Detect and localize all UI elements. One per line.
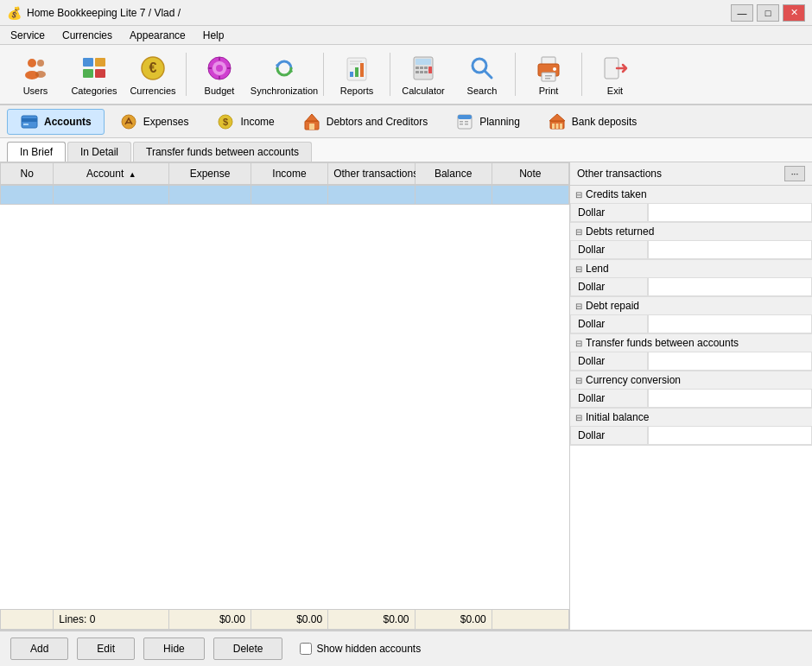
svg-rect-5 — [95, 58, 105, 67]
group-currency-conversion-header[interactable]: ⊟ Currency conversion — [570, 371, 812, 389]
title-bar-text: Home Bookkeeping Lite 7 / Vlad / — [27, 7, 181, 19]
nav-debtors-button[interactable]: Debtors and Creditors — [289, 109, 441, 135]
close-button[interactable]: ✕ — [783, 4, 805, 22]
bottom-bar: Add Edit Hide Delete Show hidden account… — [0, 630, 812, 666]
currency-conversion-dollar-label: Dollar — [570, 389, 648, 408]
show-hidden-wrap: Show hidden accounts — [300, 643, 421, 655]
sub-tabs: In Brief In Detail Transfer funds betwee… — [0, 138, 812, 162]
svg-rect-32 — [424, 71, 428, 73]
toolbar-budget-button[interactable]: Budget — [191, 48, 248, 101]
group-debts-returned-label: Debts returned — [586, 225, 654, 238]
svg-rect-44 — [22, 118, 37, 122]
collapse-icon-2: ⊟ — [575, 227, 582, 237]
transfer-dollar-value[interactable] — [648, 352, 812, 371]
initial-balance-dollar-value[interactable] — [648, 426, 812, 445]
col-expense[interactable]: Expense — [169, 163, 251, 185]
nav-expenses-button[interactable]: Expenses — [106, 109, 202, 135]
print-icon — [533, 53, 564, 84]
lend-dollar-value[interactable] — [648, 277, 812, 296]
svg-rect-40 — [545, 78, 550, 79]
table-scroll[interactable] — [0, 185, 569, 609]
toolbar-categories-button[interactable]: Categories — [66, 48, 123, 101]
credits-taken-dollar-value[interactable] — [648, 203, 812, 222]
toolbar-sync-button[interactable]: Synchronization — [250, 48, 319, 101]
nav-accounts-button[interactable]: Accounts — [7, 109, 105, 135]
collapse-icon-5: ⊟ — [575, 339, 582, 348]
tab-in-brief[interactable]: In Brief — [7, 142, 66, 162]
svg-rect-63 — [560, 124, 562, 129]
debt-repaid-dollar-row: Dollar — [570, 314, 812, 333]
group-credits-taken-header[interactable]: ⊟ Credits taken — [570, 186, 812, 203]
svg-point-3 — [35, 71, 46, 78]
col-account[interactable]: Account ▲ — [54, 163, 169, 185]
users-icon — [20, 53, 51, 84]
title-bar: 💰 Home Bookkeeping Lite 7 / Vlad / — □ ✕ — [0, 0, 812, 26]
table-row[interactable] — [1, 186, 569, 205]
toolbar-exit-label: Exit — [607, 86, 623, 96]
footer-balance: $0.00 — [415, 610, 492, 630]
menu-service[interactable]: Service — [3, 28, 52, 43]
col-other[interactable]: Other transactions — [328, 163, 415, 185]
group-debts-returned: ⊟ Debts returned Dollar — [570, 223, 812, 260]
delete-button[interactable]: Delete — [213, 637, 283, 660]
toolbar-print-button[interactable]: Print — [520, 48, 577, 101]
svg-rect-6 — [83, 69, 93, 78]
col-note[interactable]: Note — [492, 163, 568, 185]
search-icon — [466, 53, 498, 84]
toolbar-users-button[interactable]: Users — [7, 48, 64, 101]
menu-currencies[interactable]: Currencies — [55, 28, 119, 43]
toolbar-currencies-button[interactable]: € Currencies — [124, 48, 181, 101]
group-lend-header[interactable]: ⊟ Lend — [570, 260, 812, 277]
show-hidden-label[interactable]: Show hidden accounts — [316, 643, 421, 655]
edit-button[interactable]: Edit — [77, 637, 135, 660]
col-no[interactable]: No — [1, 163, 54, 185]
right-panel-content[interactable]: ⊟ Credits taken Dollar ⊟ Debts returned … — [570, 186, 812, 630]
menu-appearance[interactable]: Appearance — [123, 28, 193, 43]
minimize-button[interactable]: — — [731, 4, 753, 22]
debts-returned-dollar-value[interactable] — [648, 240, 812, 259]
group-debts-returned-header[interactable]: ⊟ Debts returned — [570, 223, 812, 240]
svg-point-12 — [216, 65, 223, 72]
col-income[interactable]: Income — [251, 163, 327, 185]
debt-repaid-dollar-value[interactable] — [648, 314, 812, 333]
svg-rect-22 — [360, 63, 364, 77]
lend-dollar-row: Dollar — [570, 277, 812, 296]
toolbar-search-button[interactable]: Search — [454, 48, 511, 101]
currency-conversion-dollar-row: Dollar — [570, 389, 812, 408]
add-button[interactable]: Add — [10, 637, 68, 660]
group-initial-balance-header[interactable]: ⊟ Initial balance — [570, 409, 812, 426]
show-hidden-checkbox[interactable] — [300, 643, 312, 655]
toolbar-exit-button[interactable]: Exit — [587, 48, 644, 101]
group-currency-conversion: ⊟ Currency conversion Dollar — [570, 371, 812, 409]
currency-conversion-dollar-value[interactable] — [648, 389, 812, 408]
toolbar-print-label: Print — [539, 86, 559, 96]
group-transfer-label: Transfer funds between accounts — [586, 337, 739, 349]
toolbar-currencies-label: Currencies — [130, 86, 175, 96]
exit-icon — [599, 53, 631, 84]
currencies-icon: € — [137, 53, 168, 84]
sort-icon: ▲ — [129, 170, 136, 179]
col-balance[interactable]: Balance — [415, 163, 492, 185]
group-initial-balance: ⊟ Initial balance Dollar — [570, 409, 812, 446]
initial-balance-dollar-label: Dollar — [570, 426, 648, 445]
toolbar-calculator-button[interactable]: Calculator — [395, 48, 452, 101]
svg-rect-54 — [458, 115, 472, 119]
tab-in-detail[interactable]: In Detail — [67, 142, 131, 162]
menu-help[interactable]: Help — [196, 28, 232, 43]
group-transfer-header[interactable]: ⊟ Transfer funds between accounts — [570, 334, 812, 352]
svg-rect-21 — [355, 67, 358, 77]
group-debt-repaid-header[interactable]: ⊟ Debt repaid — [570, 297, 812, 314]
tab-transfer[interactable]: Transfer funds between accounts — [133, 142, 312, 162]
hide-button[interactable]: Hide — [143, 637, 205, 660]
nav-bank-button[interactable]: Bank deposits — [535, 109, 650, 135]
toolbar-sep-4 — [515, 53, 516, 96]
footer-other: $0.00 — [328, 610, 415, 630]
nav-income-button[interactable]: $ Income — [203, 109, 287, 135]
credits-taken-dollar-label: Dollar — [570, 203, 648, 222]
group-debt-repaid: ⊟ Debt repaid Dollar — [570, 297, 812, 334]
nav-planning-button[interactable]: Planning — [442, 109, 533, 135]
panel-more-button[interactable]: ··· — [784, 166, 805, 181]
maximize-button[interactable]: □ — [757, 4, 779, 22]
svg-point-2 — [37, 60, 44, 67]
toolbar-reports-button[interactable]: Reports — [328, 48, 385, 101]
